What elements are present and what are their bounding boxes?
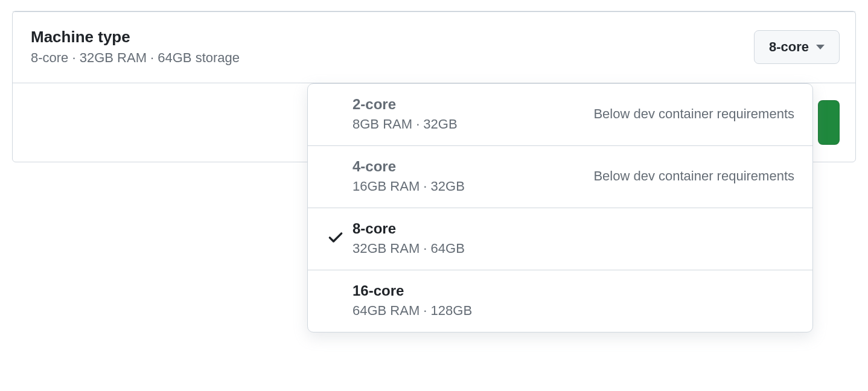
machine-type-select-value: 8-core xyxy=(769,39,809,55)
option-title: 16-core xyxy=(353,282,794,299)
machine-type-dropdown: 2-core 8GB RAM · 32GB Below dev containe… xyxy=(307,83,813,332)
option-sub: 32GB RAM · 64GB xyxy=(353,241,794,256)
machine-type-label-block: Machine type 8-core · 32GB RAM · 64GB st… xyxy=(31,28,240,66)
option-note: Below dev container requirements xyxy=(593,106,798,122)
machine-option-8-core[interactable]: 8-core 32GB RAM · 64GB xyxy=(308,208,812,270)
option-title: 4-core xyxy=(353,158,593,175)
machine-type-title: Machine type xyxy=(31,28,240,46)
option-sub: 8GB RAM · 32GB xyxy=(353,116,593,132)
machine-type-row: Machine type 8-core · 32GB RAM · 64GB st… xyxy=(13,12,855,83)
create-button[interactable] xyxy=(818,100,840,145)
machine-option-2-core[interactable]: 2-core 8GB RAM · 32GB Below dev containe… xyxy=(308,84,812,146)
machine-option-4-core[interactable]: 4-core 16GB RAM · 32GB Below dev contain… xyxy=(308,146,812,208)
option-sub: 64GB RAM · 128GB xyxy=(353,303,794,319)
option-title: 2-core xyxy=(353,96,593,113)
option-note: Below dev container requirements xyxy=(593,168,798,184)
check-slot xyxy=(319,229,353,248)
machine-type-select-button[interactable]: 8-core xyxy=(754,30,840,64)
option-sub: 16GB RAM · 32GB xyxy=(353,179,593,194)
caret-down-icon xyxy=(816,45,825,49)
check-icon xyxy=(327,229,344,248)
machine-option-16-core[interactable]: 16-core 64GB RAM · 128GB xyxy=(308,270,812,332)
machine-type-subtitle: 8-core · 32GB RAM · 64GB storage xyxy=(31,50,240,66)
option-title: 8-core xyxy=(353,220,794,237)
